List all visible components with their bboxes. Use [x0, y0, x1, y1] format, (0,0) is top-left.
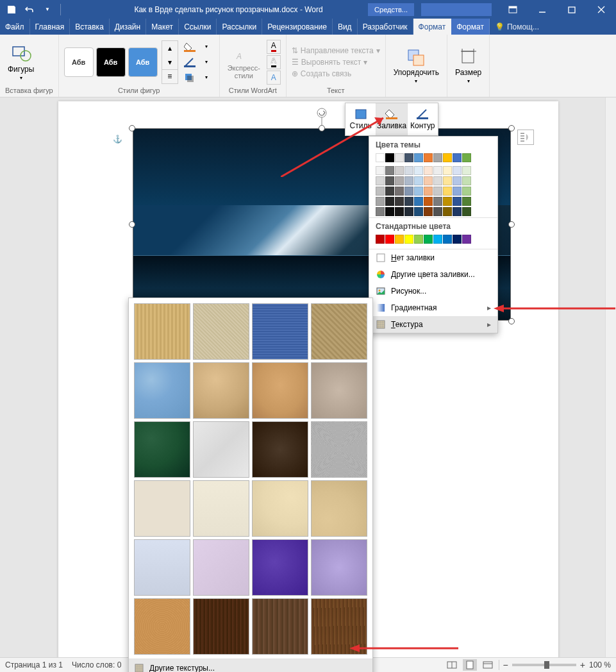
color-swatch[interactable] [414, 153, 423, 162]
size-button[interactable]: Размер▾ [453, 45, 484, 87]
more-fill-colors-item[interactable]: Другие цвета заливки... [369, 266, 497, 283]
color-swatch[interactable] [443, 207, 452, 216]
color-swatch[interactable] [443, 166, 452, 175]
tab-format-drawing[interactable]: Формат [413, 19, 452, 35]
color-swatch[interactable] [424, 187, 433, 196]
texture-swatch[interactable] [311, 303, 367, 360]
color-swatch[interactable] [424, 176, 433, 185]
tab-developer[interactable]: Разработчик [358, 19, 413, 35]
tool-context-tab[interactable]: Средств... [368, 3, 414, 16]
selection-handle[interactable] [508, 125, 515, 131]
color-swatch[interactable] [404, 197, 413, 206]
more-textures-item[interactable]: Другие текстуры... [129, 659, 372, 672]
texture-swatch[interactable] [311, 480, 367, 537]
tab-insert[interactable]: Вставка [70, 19, 110, 35]
color-swatch[interactable] [376, 166, 385, 175]
color-swatch[interactable] [395, 166, 404, 175]
user-account-area[interactable] [421, 3, 492, 16]
shape-effects-button[interactable] [182, 71, 197, 85]
shape-outline-dropdown[interactable]: ▾ [199, 55, 214, 69]
color-swatch[interactable] [424, 207, 433, 216]
texture-swatch[interactable] [311, 598, 367, 655]
color-swatch[interactable] [395, 235, 404, 244]
color-swatch[interactable] [414, 176, 423, 185]
shape-outline-button[interactable] [182, 55, 197, 69]
color-swatch[interactable] [414, 197, 423, 206]
selection-handle[interactable] [129, 221, 135, 228]
color-swatch[interactable] [376, 197, 385, 206]
texture-swatch[interactable] [193, 303, 249, 360]
layout-options-button[interactable] [517, 130, 534, 145]
color-swatch[interactable] [414, 235, 423, 244]
texture-swatch[interactable] [252, 362, 308, 419]
color-swatch[interactable] [376, 176, 385, 185]
texture-swatch[interactable] [252, 539, 308, 596]
tab-home[interactable]: Главная [30, 19, 71, 35]
shape-style-preset-1[interactable]: Абв [64, 47, 94, 77]
texture-swatch[interactable] [134, 303, 190, 360]
mini-outline-button[interactable]: Контур [408, 103, 438, 135]
color-swatch[interactable] [404, 207, 413, 216]
minimize-button[interactable] [528, 0, 557, 19]
text-outline-button[interactable]: A [267, 55, 281, 69]
gallery-more-icon[interactable]: ≡ [162, 69, 178, 83]
texture-swatch[interactable] [311, 362, 367, 419]
color-swatch[interactable] [433, 153, 442, 162]
tab-view[interactable]: Вид [333, 19, 358, 35]
texture-fill-item[interactable]: Текстура ▸ [369, 316, 497, 333]
color-swatch[interactable] [462, 197, 471, 206]
text-effects-button[interactable]: A [267, 71, 281, 85]
color-swatch[interactable] [462, 207, 471, 216]
color-swatch[interactable] [453, 176, 462, 185]
color-swatch[interactable] [453, 207, 462, 216]
tab-mailings[interactable]: Рассылки [217, 19, 262, 35]
color-swatch[interactable] [433, 197, 442, 206]
mini-fill-button[interactable]: Заливка [376, 103, 407, 135]
tab-design[interactable]: Дизайн [110, 19, 146, 35]
texture-swatch[interactable] [252, 303, 308, 360]
color-swatch[interactable] [443, 153, 452, 162]
texture-swatch[interactable] [252, 480, 308, 537]
color-swatch[interactable] [462, 187, 471, 196]
picture-fill-item[interactable]: Рисунок... [369, 283, 497, 299]
color-swatch[interactable] [453, 197, 462, 206]
color-swatch[interactable] [443, 187, 452, 196]
color-swatch[interactable] [414, 166, 423, 175]
shapes-button[interactable]: Фигуры▾ [5, 40, 37, 83]
color-swatch[interactable] [433, 207, 442, 216]
color-swatch[interactable] [395, 153, 404, 162]
color-swatch[interactable] [424, 166, 433, 175]
texture-swatch[interactable] [252, 598, 308, 655]
color-swatch[interactable] [385, 176, 394, 185]
texture-swatch[interactable] [311, 421, 367, 478]
color-swatch[interactable] [404, 235, 413, 244]
selection-handle[interactable] [508, 221, 515, 228]
texture-swatch[interactable] [193, 539, 249, 596]
word-count[interactable]: Число слов: 0 [72, 660, 121, 669]
shape-style-preset-3[interactable]: Абв [128, 47, 158, 77]
color-swatch[interactable] [424, 197, 433, 206]
save-button[interactable] [4, 2, 19, 17]
color-swatch[interactable] [385, 197, 394, 206]
arrange-button[interactable]: Упорядочить▾ [391, 45, 442, 87]
color-swatch[interactable] [385, 235, 394, 244]
maximize-button[interactable] [557, 0, 587, 19]
color-swatch[interactable] [395, 207, 404, 216]
color-swatch[interactable] [433, 176, 442, 185]
zoom-slider[interactable] [512, 664, 576, 666]
color-swatch[interactable] [433, 187, 442, 196]
texture-swatch[interactable] [193, 362, 249, 419]
qa-more-dropdown[interactable]: ▼ [40, 2, 55, 17]
tab-review[interactable]: Рецензирование [262, 19, 333, 35]
rotate-handle[interactable] [316, 108, 328, 128]
color-swatch[interactable] [385, 166, 394, 175]
color-swatch[interactable] [462, 176, 471, 185]
color-swatch[interactable] [424, 153, 433, 162]
quick-styles-button[interactable]: A Экспресс- стили [225, 42, 263, 82]
read-mode-button[interactable] [445, 659, 459, 671]
page-indicator[interactable]: Страница 1 из 1 [5, 660, 63, 669]
color-swatch[interactable] [414, 207, 423, 216]
texture-swatch[interactable] [134, 539, 190, 596]
color-swatch[interactable] [385, 207, 394, 216]
color-swatch[interactable] [453, 153, 462, 162]
